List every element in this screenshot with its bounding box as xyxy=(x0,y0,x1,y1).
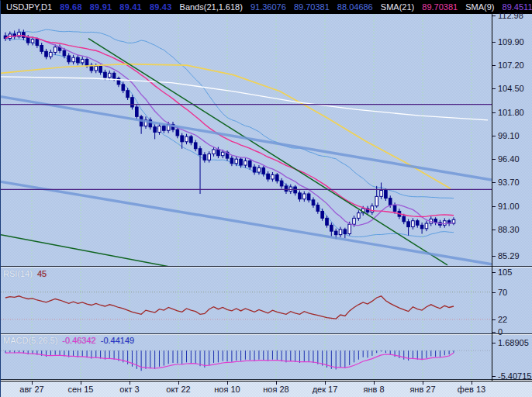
bands-lower-value: 88.04686 xyxy=(337,2,373,12)
rsi-axis-label: 105 xyxy=(498,268,512,277)
price-axis-label: 99.10 xyxy=(498,131,520,140)
sma9-indicator-label: SMA(9) xyxy=(465,2,494,12)
price-chart-panel[interactable] xyxy=(1,14,492,266)
ohlc-close: 89.43 xyxy=(150,2,172,12)
axis-tick xyxy=(492,136,496,136)
axis-tick xyxy=(492,88,496,89)
axis-tick xyxy=(492,230,496,230)
time-axis-label: сен 15 xyxy=(56,385,105,394)
time-axis-label: янв 8 xyxy=(349,385,399,394)
axis-tick xyxy=(492,16,496,16)
axis-tick xyxy=(492,42,496,43)
price-axis-label: 101.80 xyxy=(498,108,524,117)
time-axis-label: ноя 10 xyxy=(202,385,252,394)
price-axis-label: 96.40 xyxy=(498,154,520,164)
axis-tick xyxy=(492,206,496,207)
time-axis-label: ноя 28 xyxy=(251,385,301,394)
time-axis-label: фев 13 xyxy=(447,385,496,394)
macd-signal-value: -0.46342 xyxy=(62,336,95,345)
axis-tick xyxy=(492,272,496,273)
macd-axis-label: -5.40715 xyxy=(498,371,531,381)
time-axis-label: авг 27 xyxy=(7,385,57,394)
axis-tick xyxy=(492,332,496,333)
sma21-indicator-label: SMA(21) xyxy=(381,2,414,12)
price-axis-label: 109.90 xyxy=(498,37,524,47)
macd-axis-label: 1.68905 xyxy=(498,338,529,347)
rsi-panel[interactable] xyxy=(1,268,492,333)
chart-header-bar: USDJPY,D1 89.68 89.91 89.41 89.43 Bands(… xyxy=(1,1,532,14)
axis-tick xyxy=(492,159,496,160)
rsi-axis-label: 0 xyxy=(498,327,503,337)
axis-tick xyxy=(492,319,496,320)
bands-upper-value: 91.36076 xyxy=(250,2,286,12)
axis-tick xyxy=(492,343,496,343)
rsi-name-label: RSI(14) xyxy=(3,269,33,278)
axis-tick xyxy=(492,112,496,113)
time-axis[interactable]: авг 27сен 15окт 3окт 22ноя 10ноя 28дек 1… xyxy=(1,381,532,397)
time-axis-label: окт 22 xyxy=(154,385,203,394)
price-axis-label: 104.50 xyxy=(498,84,524,93)
rsi-current-value: 45 xyxy=(37,269,47,278)
macd-panel-label: MACD(5,26,5)-0.46342-0.44149 xyxy=(3,336,134,345)
ohlc-open: 89.68 xyxy=(60,2,82,12)
macd-main-value: -0.44149 xyxy=(101,336,134,345)
axis-tick xyxy=(492,256,496,257)
price-axis[interactable]: 112.98109.90107.20104.50101.8099.1096.40… xyxy=(492,14,532,381)
price-axis-label: 91.00 xyxy=(498,202,520,211)
bands-indicator-label: Bands(21,1.618) xyxy=(180,2,243,12)
ohlc-low: 89.41 xyxy=(119,2,142,12)
rsi-axis-label: 22 xyxy=(498,315,507,324)
axis-tick xyxy=(492,182,496,183)
price-axis-label: 112.98 xyxy=(498,11,523,20)
rsi-panel-label: RSI(14)45 xyxy=(3,269,47,278)
ohlc-high: 89.91 xyxy=(90,2,112,12)
axis-tick xyxy=(492,292,496,293)
time-axis-label: окт 3 xyxy=(105,385,154,394)
price-axis-label: 85.29 xyxy=(498,251,520,261)
price-axis-label: 107.20 xyxy=(498,60,524,70)
symbol-period-label: USDJPY,D1 xyxy=(6,2,52,12)
axis-tick xyxy=(492,376,496,377)
axis-tick xyxy=(492,65,496,66)
mt4-chart-window: USDJPY,D1 89.68 89.91 89.41 89.43 Bands(… xyxy=(0,0,532,397)
price-axis-label: 93.70 xyxy=(498,178,520,187)
bands-middle-value: 89.70381 xyxy=(294,2,330,12)
macd-name-label: MACD(5,26,5) xyxy=(3,336,57,345)
time-axis-label: дек 17 xyxy=(300,385,350,394)
rsi-axis-label: 70 xyxy=(498,288,507,297)
time-axis-label: янв 27 xyxy=(398,385,447,394)
price-axis-label: 88.30 xyxy=(498,225,520,234)
sma21-value: 89.70381 xyxy=(422,2,458,12)
